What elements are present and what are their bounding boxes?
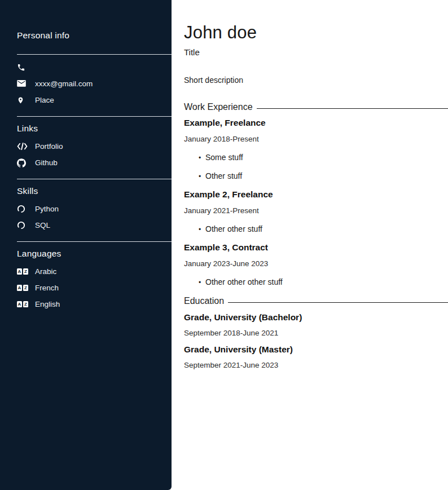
entry-title: Example, Freelance [184,118,448,128]
education-entry: Grade, University (Bachelor) September 2… [184,312,448,337]
bullet-item: Other other other stuff [199,277,448,286]
contact-place-row: Place [17,95,172,105]
bullet-item: Other other stuff [199,224,448,233]
skill-item: Python [17,204,172,214]
divider [17,179,172,179]
resume-page: Personal info xxxx@gmail.com Place Links [0,0,448,490]
entry-title: Example 2, Freelance [184,189,448,200]
github-link-label[interactable]: Github [35,158,58,167]
bullet-item: Some stuff [199,153,448,162]
divider [17,116,172,117]
entry-date: January 2021-Present [184,206,448,215]
work-experience-heading: Work Experience [184,102,448,112]
entry-bullets: Other other other stuff [184,277,448,286]
language-label: English [35,300,60,308]
language-item: AZ Arabic [17,267,172,276]
main-content: John doe Title Short description Work Ex… [184,0,448,369]
code-icon [17,142,28,151]
section-title: Work Experience [184,102,253,112]
bullet-item: Other stuff [199,171,448,180]
sidebar: Personal info xxxx@gmail.com Place Links [0,0,172,490]
section-rule [228,302,448,303]
skill-label: SQL [35,221,50,229]
work-entry: Example 3, Contract January 2023-June 20… [184,242,448,286]
skill-label: Python [35,205,59,213]
candidate-title: Title [184,47,448,57]
entry-date: January 2023-June 2023 [184,259,448,268]
circle-notch-icon [17,221,28,230]
links-heading: Links [17,123,172,134]
entry-title: Example 3, Contract [184,242,448,253]
github-icon [17,158,28,167]
language-icon: AZ [17,267,28,276]
language-label: French [35,284,59,292]
candidate-name: John doe [184,23,448,43]
place-value: Place [35,96,54,104]
entry-date: September 2021-June 2023 [184,361,448,369]
entry-bullets: Some stuff Other stuff [184,153,448,180]
work-entry: Example 2, Freelance January 2021-Presen… [184,189,448,233]
short-description: Short description [184,76,448,85]
education-heading: Education [184,296,448,306]
entry-title: Grade, University (Master) [184,345,448,355]
entry-date: January 2018-Present [184,135,448,143]
language-label: Arabic [35,267,56,276]
circle-notch-icon [17,205,28,214]
divider [17,241,172,242]
skills-heading: Skills [17,186,172,196]
portfolio-link-label[interactable]: Portfolio [35,142,63,151]
language-icon: AZ [17,284,28,293]
entry-date: September 2018-June 2021 [184,329,448,337]
email-value: xxxx@gmail.com [35,80,93,88]
link-portfolio[interactable]: Portfolio [17,142,172,151]
location-pin-icon [17,96,28,105]
link-github[interactable]: Github [17,158,172,167]
work-entry: Example, Freelance January 2018-Present … [184,118,448,180]
section-title: Education [184,296,224,306]
languages-heading: Languages [17,249,172,259]
contact-phone-row [17,63,172,72]
divider [17,54,172,55]
envelope-icon [17,80,28,89]
entry-title: Grade, University (Bachelor) [184,312,448,323]
section-rule [257,108,448,109]
language-icon: AZ [17,300,28,309]
skill-item: SQL [17,220,172,230]
education-entry: Grade, University (Master) September 202… [184,345,448,369]
phone-icon [17,63,28,72]
language-item: AZ French [17,283,172,293]
personal-info-heading: Personal info [17,30,172,41]
contact-email-row: xxxx@gmail.com [17,79,172,89]
language-item: AZ English [17,299,172,309]
entry-bullets: Other other stuff [184,224,448,233]
